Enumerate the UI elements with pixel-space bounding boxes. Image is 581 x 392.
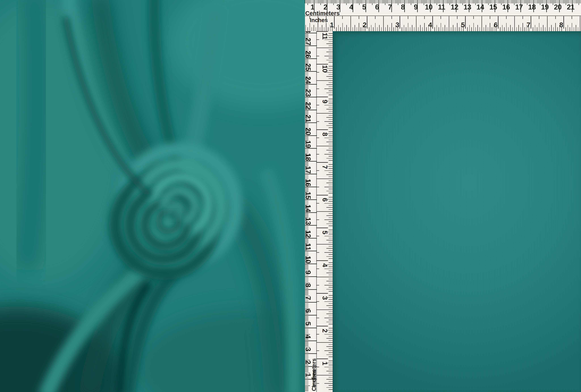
inch-sub-tick — [316, 334, 319, 335]
inch-comb-tick — [504, 27, 504, 31]
inch-comb-tick — [329, 205, 333, 206]
cm-mm-tick — [316, 0, 317, 3]
cm-mm-tick — [577, 0, 578, 3]
inch-comb-tick — [545, 27, 546, 31]
inch-comb-tick — [441, 23, 441, 31]
inch-sub-tick — [316, 138, 319, 138]
inch-comb-tick — [329, 209, 333, 210]
inch-comb-tick — [329, 177, 333, 177]
cm-mm-tick — [502, 0, 503, 3]
cm-mm-tick — [413, 0, 414, 3]
inch-comb-tick — [329, 230, 333, 230]
inch-comb-tick — [324, 285, 333, 285]
inch-comb-tick — [326, 207, 333, 208]
cm-mm-tick — [560, 0, 561, 3]
inch-comb-tick — [329, 385, 333, 386]
cm-mm-tick — [524, 0, 525, 3]
cm-mm-tick — [338, 0, 339, 3]
inch-comb-tick — [329, 357, 333, 357]
inch-comb-tick — [447, 27, 447, 31]
cm-mm-tick — [510, 0, 511, 3]
inch-comb-tick — [480, 27, 480, 31]
inch-comb-tick — [326, 76, 333, 77]
cm-mm-tick — [332, 0, 332, 3]
cm-mm-tick — [473, 0, 473, 3]
inch-number: 3 — [321, 289, 328, 306]
inch-comb-tick — [329, 258, 333, 259]
inch-comb-tick — [329, 127, 333, 128]
cm-mm-tick — [305, 387, 308, 387]
cm-number: 28 — [305, 31, 312, 37]
cm-mm-tick — [334, 0, 335, 3]
cm-mm-tick — [355, 0, 356, 3]
inch-comb-tick — [386, 27, 386, 31]
inch-sub-tick — [375, 16, 376, 19]
inch-comb-tick — [326, 281, 333, 281]
cm-mm-tick — [425, 0, 426, 3]
inch-comb-tick — [322, 342, 333, 343]
inch-comb-tick — [572, 23, 572, 31]
cm-mm-tick — [460, 0, 460, 3]
inch-comb-tick — [357, 27, 357, 31]
inch-sub-tick — [316, 318, 319, 318]
cm-mm-tick — [395, 0, 396, 3]
cm-mm-tick — [432, 0, 432, 3]
cm-mm-tick — [512, 0, 512, 3]
inch-comb-tick — [406, 27, 406, 31]
inch-comb-tick — [326, 117, 333, 118]
cm-mm-tick — [544, 0, 544, 3]
cm-mm-tick — [487, 0, 488, 3]
cm-mm-tick — [494, 0, 494, 3]
cm-mm-tick — [428, 0, 428, 3]
inch-comb-tick — [324, 203, 333, 204]
inch-comb-tick — [329, 295, 333, 296]
cm-mm-tick — [542, 0, 543, 3]
inch-number: 7 — [321, 158, 328, 175]
inch-comb-tick — [430, 27, 431, 31]
inch-comb-tick — [478, 25, 478, 31]
inch-comb-tick — [574, 27, 574, 31]
inch-comb-tick — [329, 90, 333, 91]
inch-comb-tick — [555, 23, 556, 31]
inch-sub-tick — [316, 146, 322, 146]
cm-mm-tick — [483, 0, 484, 3]
cm-mm-tick — [526, 0, 526, 3]
inch-comb-tick — [394, 27, 394, 31]
inch-comb-tick — [443, 27, 443, 31]
cm-mm-tick — [444, 0, 445, 3]
inch-comb-tick — [326, 322, 333, 322]
inch-comb-tick — [562, 27, 562, 31]
inch-sub-tick — [316, 187, 319, 187]
inch-comb-tick — [326, 248, 333, 249]
inch-comb-tick — [338, 25, 339, 31]
inch-comb-tick — [508, 27, 509, 31]
cm-mm-tick — [328, 0, 329, 3]
cm-mm-tick — [548, 0, 548, 3]
inch-sub-tick — [316, 269, 319, 269]
cm-mm-tick — [497, 0, 498, 3]
cm-mm-tick — [312, 0, 312, 3]
inch-comb-tick — [344, 27, 345, 31]
inch-comb-tick — [326, 35, 333, 36]
inch-sub-tick — [316, 39, 319, 40]
inch-comb-tick — [329, 226, 333, 226]
inch-comb-tick — [312, 27, 312, 31]
cm-mm-tick — [305, 384, 308, 385]
inch-comb-tick — [516, 27, 517, 31]
inch-comb-tick — [422, 27, 423, 31]
inch-comb-tick — [329, 263, 333, 263]
inch-comb-tick — [329, 119, 333, 120]
inch-comb-tick — [527, 25, 527, 31]
cm-mm-tick — [465, 0, 466, 3]
cm-mm-tick — [349, 0, 349, 3]
inch-comb-tick — [512, 27, 513, 31]
cm-mm-tick — [433, 0, 433, 3]
inch-comb-tick — [416, 21, 416, 31]
inch-comb-tick — [329, 336, 333, 337]
inch-comb-tick — [336, 27, 336, 31]
inch-comb-tick — [553, 27, 554, 31]
inch-number: 2 — [321, 322, 328, 339]
inch-comb-tick — [326, 150, 333, 150]
cm-mm-tick — [505, 0, 506, 3]
inch-comb-tick — [329, 303, 333, 304]
